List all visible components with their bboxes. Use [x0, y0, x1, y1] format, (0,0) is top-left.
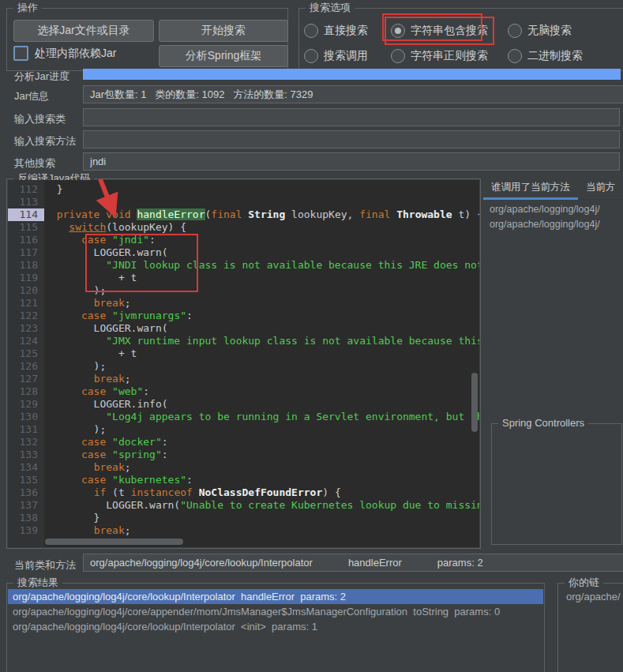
horizontal-scrollbar[interactable]	[45, 539, 183, 545]
radio-icon[interactable]	[391, 24, 405, 38]
code-line[interactable]: 119 + t	[8, 272, 479, 284]
line-number: 130	[8, 411, 44, 423]
code-line[interactable]: 133 case "spring":	[8, 449, 479, 461]
code-text: case "docker":	[44, 436, 479, 449]
code-text: break;	[44, 373, 479, 385]
code-line[interactable]: 136 if (t instanceof NoClassDefFoundErro…	[8, 486, 479, 499]
code-line[interactable]: 118 "JNDI lookup class is not available …	[8, 259, 479, 272]
radio-option[interactable]: 直接搜索	[304, 23, 368, 39]
current-class-path: org/apache/logging/log4j/core/lookup/Int…	[90, 554, 313, 571]
code-line[interactable]: 126 );	[8, 360, 479, 373]
code-line[interactable]: 139 break;	[8, 524, 479, 537]
spring-controllers-group: Spring Controllers	[491, 423, 622, 545]
radio-option[interactable]: 二进制搜索	[508, 48, 583, 64]
operations-group: 操作 选择Jar文件或目录 开始搜索 处理内部依赖Jar 分析Spring框架	[6, 8, 288, 71]
jar-progress-bar	[83, 69, 621, 80]
radio-option-label: 无脑搜索	[527, 24, 572, 38]
line-number: 120	[8, 284, 44, 297]
code-line[interactable]: 120 );	[8, 284, 479, 297]
code-line[interactable]: 122 case "jvmrunargs":	[8, 310, 479, 322]
inner-jar-checkbox[interactable]: 处理内部依赖Jar	[13, 46, 116, 61]
code-line[interactable]: 121 break;	[8, 297, 479, 310]
decompiled-code-group: 反编译Java代码 112 }113114 private void handl…	[6, 178, 481, 549]
caller-item[interactable]: org/apache/logging/log4j/	[483, 202, 623, 217]
your-chain-group: 你的链 org/apache/	[557, 583, 623, 672]
code-line[interactable]: 134 break;	[8, 461, 479, 474]
line-number: 117	[8, 246, 44, 259]
code-line[interactable]: 135 case "kubernetes":	[8, 474, 479, 486]
line-number: 123	[8, 322, 44, 335]
code-text: "JNDI lookup class is not available beca…	[44, 259, 479, 272]
checkbox-icon[interactable]	[13, 46, 28, 61]
code-text: }	[44, 183, 479, 196]
progress-label: 分析Jar进度	[14, 69, 69, 84]
search-options-group-label: 搜索选项	[306, 2, 355, 14]
radio-option[interactable]: 无脑搜索	[508, 23, 572, 39]
line-number: 122	[8, 310, 44, 322]
code-text: "JMX runtime input lookup class is not a…	[44, 335, 479, 347]
code-line[interactable]: 132 case "docker":	[8, 436, 479, 449]
code-text: LOGGER.warn(	[44, 246, 479, 259]
select-jar-button[interactable]: 选择Jar文件或目录	[13, 20, 154, 42]
radio-icon[interactable]	[391, 49, 405, 63]
code-text: case "jvmrunargs":	[44, 310, 479, 322]
result-row[interactable]: org/apache/logging/log4j/core/lookup/Int…	[8, 619, 543, 634]
start-search-button[interactable]: 开始搜索	[159, 20, 288, 42]
radio-icon[interactable]	[304, 24, 318, 38]
code-line[interactable]: 123 LOGGER.warn(	[8, 322, 479, 335]
code-line[interactable]: 129 LOGGER.info(	[8, 398, 479, 411]
code-line[interactable]: 125 + t	[8, 347, 479, 360]
other-search-label: 其他搜索	[14, 156, 55, 171]
search-method-label: 输入搜索方法	[14, 134, 76, 148]
code-line[interactable]: 115 switch(lookupKey) {	[8, 221, 479, 234]
analyze-spring-button[interactable]: 分析Spring框架	[159, 45, 288, 67]
search-class-label: 输入搜索类	[14, 112, 66, 126]
line-number: 116	[8, 234, 44, 246]
jar-info-value: Jar包数量: 1 类的数量: 1092 方法的数量: 7329	[83, 85, 623, 103]
code-line[interactable]: 117 LOGGER.warn(	[8, 246, 479, 259]
code-line[interactable]: 130 "Log4j appears to be running in a Se…	[8, 411, 479, 423]
code-text: if (t instanceof NoClassDefFoundError) {	[44, 486, 479, 499]
code-text: LOGGER.info(	[44, 398, 479, 411]
code-line[interactable]: 112 }	[8, 183, 479, 196]
radio-option[interactable]: 字符串正则搜索	[391, 48, 488, 64]
code-line[interactable]: 116 case "jndi":	[8, 234, 479, 246]
other-search-input[interactable]	[83, 152, 620, 171]
code-text: LOGGER.warn("Unable to create Kubernetes…	[44, 499, 479, 512]
code-line[interactable]: 114 private void handleError(final Strin…	[8, 208, 479, 221]
code-editor[interactable]: 112 }113114 private void handleError(fin…	[8, 180, 479, 547]
callers-tab[interactable]: 当前方	[578, 175, 623, 199]
chain-item[interactable]: org/apache/	[558, 589, 623, 604]
code-line[interactable]: 124 "JMX runtime input lookup class is n…	[8, 335, 479, 347]
caller-list: org/apache/logging/log4j/org/apache/logg…	[483, 202, 623, 409]
code-text: case "web":	[44, 385, 479, 398]
code-lines: 112 }113114 private void handleError(fin…	[8, 183, 479, 537]
radio-option[interactable]: 字符串包含搜索	[391, 23, 488, 39]
code-line[interactable]: 131 );	[8, 423, 479, 436]
search-method-input[interactable]	[83, 130, 620, 148]
code-line[interactable]: 127 break;	[8, 373, 479, 385]
line-number: 136	[8, 486, 44, 499]
code-text: );	[44, 423, 479, 436]
radio-icon[interactable]	[508, 49, 522, 63]
result-row[interactable]: org/apache/logging/log4j/core/lookup/Int…	[8, 589, 543, 604]
search-class-input[interactable]	[83, 108, 620, 126]
code-line[interactable]: 128 case "web":	[8, 385, 479, 398]
code-line[interactable]: 137 LOGGER.warn("Unable to create Kubern…	[8, 499, 479, 512]
callers-tab[interactable]: 谁调用了当前方法	[483, 175, 578, 199]
radio-option-label: 搜索调用	[324, 49, 368, 63]
search-options-group: 搜索选项 直接搜索字符串包含搜索无脑搜索搜索调用字符串正则搜索二进制搜索	[298, 8, 623, 71]
code-line[interactable]: 113	[8, 196, 479, 208]
radio-option[interactable]: 搜索调用	[304, 48, 368, 64]
caller-item[interactable]: org/apache/logging/log4j/	[483, 217, 623, 232]
radio-icon[interactable]	[304, 49, 318, 63]
code-line[interactable]: 138 }	[8, 512, 479, 524]
inner-jar-checkbox-label: 处理内部依赖Jar	[35, 47, 116, 61]
current-class-method-field: org/apache/logging/log4j/core/lookup/Int…	[83, 554, 623, 572]
vertical-scrollbar[interactable]	[471, 373, 478, 432]
radio-icon[interactable]	[508, 24, 522, 38]
spring-controllers-group-label: Spring Controllers	[498, 417, 588, 430]
result-row[interactable]: org/apache/logging/log4j/core/appender/m…	[8, 604, 543, 619]
code-text: "Log4j appears to be running in a Servle…	[44, 411, 479, 423]
code-text: + t	[44, 272, 479, 284]
